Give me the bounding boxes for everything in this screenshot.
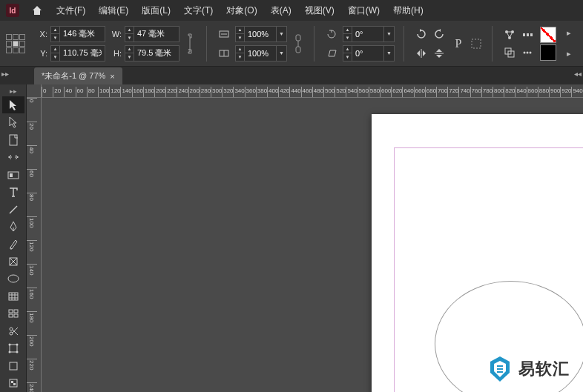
svg-rect-16	[10, 135, 17, 145]
rotate-cw-icon[interactable]	[413, 26, 429, 42]
scale-y-icon	[216, 45, 232, 62]
svg-point-14	[527, 51, 529, 53]
menu-file[interactable]: 文件(F)	[55, 3, 87, 19]
svg-point-27	[10, 332, 13, 335]
scale-y-field[interactable]: ▲▼ ▼	[235, 45, 287, 62]
constrain-wh-icon[interactable]	[184, 26, 197, 62]
panel-expand-left-icon[interactable]: ▸▸	[1, 70, 9, 78]
menu-help[interactable]: 帮助(H)	[392, 3, 425, 19]
svg-rect-39	[497, 368, 503, 370]
watermark-logo-icon	[487, 355, 513, 383]
menu-object[interactable]: 对象(O)	[225, 3, 258, 19]
distribute-icon[interactable]	[519, 27, 536, 43]
pencil-tool[interactable]	[2, 236, 24, 253]
svg-rect-10	[530, 33, 533, 36]
close-icon[interactable]: ×	[110, 72, 114, 81]
pathfinder-icon[interactable]	[501, 44, 518, 61]
svg-rect-24	[9, 314, 13, 317]
dropdown-icon[interactable]: ▼	[276, 26, 286, 42]
p-label: P	[452, 36, 465, 52]
svg-point-26	[10, 328, 13, 330]
ellipse-tool[interactable]	[2, 270, 24, 288]
document-tabs: *未命名-1 @ 77% ×	[0, 67, 583, 84]
y-input[interactable]	[60, 49, 105, 58]
flip-v-icon[interactable]	[431, 45, 447, 62]
spin-up-icon[interactable]: ▲	[51, 27, 59, 34]
w-input[interactable]	[134, 30, 179, 39]
scale-x-field[interactable]: ▲▼ ▼	[235, 26, 287, 42]
pen-tool[interactable]	[2, 218, 24, 235]
shear-input[interactable]	[352, 49, 383, 58]
fill-swatch[interactable]	[540, 27, 556, 43]
ruler-origin[interactable]	[27, 84, 42, 98]
stroke-dropdown-icon[interactable]: ▸	[561, 46, 577, 62]
menu-window[interactable]: 窗口(W)	[346, 3, 381, 19]
menu-layout[interactable]: 版面(L)	[140, 3, 172, 19]
home-icon[interactable]	[30, 3, 45, 18]
rotate-input[interactable]	[352, 30, 383, 39]
menu-type[interactable]: 文字(T)	[182, 3, 214, 19]
toolbar-expand-icon[interactable]: ▸▸	[10, 87, 17, 95]
free-transform-tool[interactable]	[2, 340, 24, 357]
app-badge-icon: Id	[6, 4, 19, 17]
scale-y-input[interactable]	[245, 49, 276, 58]
reference-point-grid[interactable]	[6, 34, 25, 53]
svg-point-32	[16, 351, 18, 353]
x-input[interactable]	[60, 30, 105, 39]
scale-x-input[interactable]	[245, 30, 276, 39]
document-page[interactable]	[372, 114, 583, 392]
watermark: 易软汇	[487, 355, 570, 383]
shear-icon	[323, 45, 340, 62]
w-field[interactable]: ▲▼	[125, 26, 179, 42]
rotate-icon	[323, 26, 340, 42]
svg-point-30	[16, 344, 18, 346]
gradient-feather-tool[interactable]	[2, 375, 24, 392]
watermark-text: 易软汇	[518, 358, 570, 380]
canvas-area[interactable]: 0204060801001201401601802002202402602803…	[27, 84, 583, 392]
grid-tool[interactable]	[2, 305, 24, 322]
spin-down-icon[interactable]: ▼	[51, 34, 59, 41]
svg-rect-2	[296, 35, 300, 41]
shear-field[interactable]: ▲▼ ▼	[343, 45, 395, 62]
h-input[interactable]	[134, 49, 179, 58]
panel-expand-right-icon[interactable]: ◂◂	[574, 70, 582, 78]
svg-rect-37	[13, 383, 16, 385]
rectangle-frame-tool[interactable]	[2, 253, 24, 270]
table-tool[interactable]	[2, 288, 24, 305]
x-label: X:	[36, 30, 47, 39]
gradient-swatch-tool[interactable]	[2, 357, 24, 374]
h-label: H:	[110, 49, 122, 58]
h-field[interactable]: ▲▼	[125, 45, 179, 62]
svg-rect-4	[472, 39, 481, 48]
menu-bar: Id 文件(F) 编辑(E) 版面(L) 文字(T) 对象(O) 表(A) 视图…	[0, 0, 583, 21]
rotate-field[interactable]: ▲▼ ▼	[343, 26, 395, 42]
x-field[interactable]: ▲▼	[50, 26, 105, 42]
scissors-tool[interactable]	[2, 322, 24, 339]
menu-edit[interactable]: 编辑(E)	[97, 3, 130, 19]
fill-dropdown-icon[interactable]: ▸	[561, 25, 577, 41]
selection-tool[interactable]	[2, 96, 24, 113]
svg-rect-23	[14, 310, 18, 313]
direct-selection-tool[interactable]	[2, 113, 24, 130]
flip-h-icon[interactable]	[413, 45, 429, 62]
horizontal-ruler[interactable]: 0204060801001201401601802002202402602803…	[42, 84, 583, 98]
gap-tool[interactable]	[2, 148, 24, 165]
stroke-swatch[interactable]	[540, 44, 556, 61]
constrain-scale-icon[interactable]	[292, 26, 305, 62]
align-icon[interactable]	[501, 27, 518, 43]
more-options-icon[interactable]	[519, 44, 536, 61]
y-field[interactable]: ▲▼	[50, 45, 105, 62]
document-tab[interactable]: *未命名-1 @ 77% ×	[34, 67, 122, 84]
menu-view[interactable]: 视图(V)	[303, 3, 336, 19]
rotate-ccw-icon[interactable]	[431, 26, 447, 42]
line-tool[interactable]	[2, 201, 24, 218]
content-collector-tool[interactable]	[2, 166, 24, 183]
type-tool[interactable]	[2, 183, 24, 200]
svg-rect-3	[296, 47, 300, 53]
vertical-ruler[interactable]: 020406080100120140160180200220240	[27, 98, 42, 392]
page-tool[interactable]	[2, 131, 24, 148]
select-container-icon[interactable]	[470, 36, 483, 52]
menu-table[interactable]: 表(A)	[269, 3, 293, 19]
svg-rect-28	[10, 345, 17, 352]
svg-rect-38	[497, 365, 503, 367]
